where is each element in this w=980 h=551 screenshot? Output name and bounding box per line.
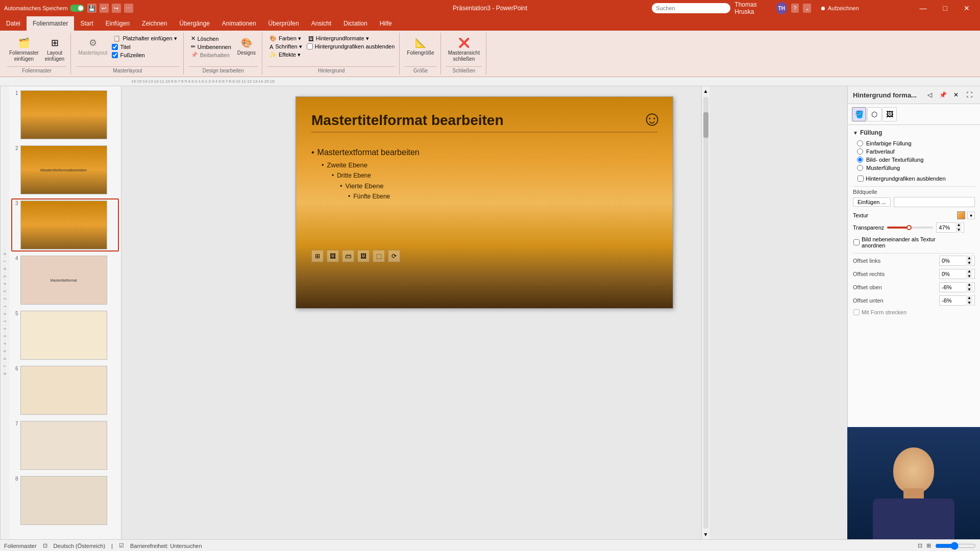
offset-oben-input[interactable]: -6% ▲ ▼ [939,282,975,292]
tab-ansicht[interactable]: Ansicht [305,16,337,31]
platzhalter-einfuegen-button[interactable]: 📋 Platzhalter einfügen ▾ [111,35,179,42]
panel-pin-button[interactable]: 📌 [937,89,948,101]
record-button[interactable]: ⏺ Aufzeichnen [815,4,864,12]
folienmaster-einfuegen-button[interactable]: 🗂️ Folienmastereinfügen [7,35,41,63]
radio-farbverlauf[interactable]: Farbverlauf [857,148,975,155]
slide-thumb-7[interactable]: 7 [11,419,119,472]
offset-rechts-up[interactable]: ▲ [966,269,972,274]
slide-thumb-4[interactable]: 4 Mastertitelformat [11,254,119,307]
tab-datei[interactable]: Datei [0,16,27,31]
umbenennen-button[interactable]: ✏ Umbenennen [189,43,233,51]
tab-hilfe[interactable]: Hilfe [374,16,398,31]
transparenz-value-input[interactable]: 47% ▲ ▼ [936,222,964,233]
offset-oben-down[interactable]: ▼ [966,287,972,292]
layout-einfuegen-button[interactable]: ⊞ Layouteinfügen [43,35,66,63]
masterlayout-button[interactable]: ⚙ Masterlayout [76,35,109,57]
offset-rechts-input[interactable]: 0% ▲ ▼ [939,269,975,279]
close-button[interactable]: ✕ [958,0,976,16]
panel-tab-image[interactable]: 🖼 [883,107,897,121]
mit-form-checkbox[interactable]: Mit Form strecken [853,309,975,316]
panel-close-button[interactable]: ✕ [950,89,962,101]
panel-tab-shape[interactable]: ⬡ [867,107,881,121]
hintergrundgrafiken-checkbox[interactable]: Hintergrundgrafiken ausblenden [306,43,396,50]
minimize-button[interactable]: — [914,0,933,16]
effekte-button[interactable]: ✨ Effekte ▾ [267,51,304,59]
radio-muster[interactable]: Musterfüllung [857,165,975,171]
scroll-up-arrow[interactable]: ▲ [701,86,710,96]
titel-checkbox[interactable]: Titel [111,43,179,51]
tab-zeichnen[interactable]: Zeichnen [136,16,173,31]
offset-unten-input[interactable]: -6% ▲ ▼ [939,295,975,306]
offset-links-input[interactable]: 0% ▲ ▼ [939,256,975,266]
textur-dropdown[interactable]: ▾ [967,212,975,219]
undo-icon[interactable]: ↩ [100,4,109,13]
autosave-switch[interactable] [70,5,84,12]
slide-icon-5[interactable]: ⬚ [373,250,385,262]
autosave-toggle[interactable]: Automatisches Speichern [4,5,84,12]
slide-icon-2[interactable]: 🖼 [327,250,339,262]
radio-bild[interactable]: Bild- oder Texturfüllung [857,157,975,163]
transparenz-down[interactable]: ▼ [955,228,962,233]
tab-ueberprueefen[interactable]: Überprüfen [262,16,305,31]
slide-icon-1[interactable]: ⊞ [311,250,324,262]
transparenz-up[interactable]: ▲ [955,222,962,228]
tab-einfuegen[interactable]: Einfügen [100,16,136,31]
redo-icon[interactable]: ↪ [112,4,121,13]
bildquelle-input[interactable] [894,197,975,207]
einfuegen-button[interactable]: Einfügen ... [853,197,891,207]
more-icon[interactable]: ⋯ [124,4,133,13]
view-grid-icon[interactable]: ⊞ [926,542,931,549]
fusszeilen-checkbox[interactable]: Fußzeilen [111,52,179,59]
hintergrundgrafiken-checkbox-panel[interactable]: Hintergrundgrafiken ausblenden [857,175,975,182]
panel-back-button[interactable]: ◁ [924,89,935,101]
slide-icon-6[interactable]: ⟳ [388,250,400,262]
hintergrundformate-button[interactable]: 🖼 Hintergrundformate ▾ [306,35,396,42]
sep1 [853,186,975,187]
panel-expand-button[interactable]: ⛶ [964,89,975,101]
panel-tab-fill[interactable]: 🪣 [852,107,866,121]
offset-unten-up[interactable]: ▲ [966,295,972,300]
view-normal-icon[interactable]: ⊡ [918,542,922,549]
slide-thumb-8[interactable]: 8 [11,474,119,527]
slide-thumb-5[interactable]: 5 [11,309,119,362]
designs-button[interactable]: 🎨 Designs [235,35,258,57]
offset-rechts-down[interactable]: ▼ [966,274,972,279]
tab-animationen[interactable]: Animationen [216,16,262,31]
slide-thumb-1[interactable]: 1 [11,88,119,141]
offset-oben-up[interactable]: ▲ [966,282,972,287]
beibehalten-button[interactable]: 📌 Beibehalten [189,51,233,59]
farben-button[interactable]: 🎨 Farben ▾ [267,35,304,42]
freigeben-button[interactable]: ↑ Freigeben [868,4,910,13]
foliengroesse-button[interactable]: 📐 Foliengröße [405,35,436,57]
slide-icon-3[interactable]: 🗃 [342,250,354,262]
ribbon-toggle-icon[interactable]: ⌄ [803,4,811,13]
transparenz-thumb[interactable] [906,225,912,230]
slide-thumb-6[interactable]: 6 [11,364,119,417]
maximize-button[interactable]: □ [937,0,953,16]
search-input[interactable] [652,3,730,13]
textur-color-swatch[interactable] [957,211,965,219]
masteransicht-schliessen-button[interactable]: ❌ Masteransichtschließen [446,35,482,63]
help-icon[interactable]: ? [791,4,799,13]
bild-nebeneinander-checkbox[interactable]: Bild nebeneinander als Texturanordnen [853,236,975,249]
scroll-down-arrow[interactable]: ▼ [701,530,710,539]
scroll-thumb[interactable] [703,112,708,138]
save-icon[interactable]: 💾 [87,4,96,13]
loeschen-button[interactable]: ✕ Löschen [189,35,233,42]
tab-start[interactable]: Start [74,16,99,31]
tab-dictation[interactable]: Dictation [337,16,374,31]
slide-thumb-3[interactable]: 3 [11,198,119,252]
radio-einfarbig[interactable]: Einfarbige Füllung [857,140,975,146]
offset-links-up[interactable]: ▲ [966,256,972,261]
schriften-button[interactable]: A Schriften ▾ [267,43,304,51]
tab-folienmaster[interactable]: Folienmaster [27,16,74,31]
status-barriere-icon: ☑ [119,542,124,549]
tab-uebergaenge[interactable]: Übergänge [173,16,215,31]
zoom-slider[interactable] [935,542,976,550]
slide-thumb-2[interactable]: 2 Mastertitelformatbearbeiten [11,143,119,196]
fuellung-section-header[interactable]: ▼ Füllung [853,129,975,136]
slide-icon-4[interactable]: 🖼 [357,250,370,262]
transparenz-slider[interactable] [887,227,933,229]
offset-unten-down[interactable]: ▼ [966,300,972,306]
offset-links-down[interactable]: ▼ [966,261,972,266]
